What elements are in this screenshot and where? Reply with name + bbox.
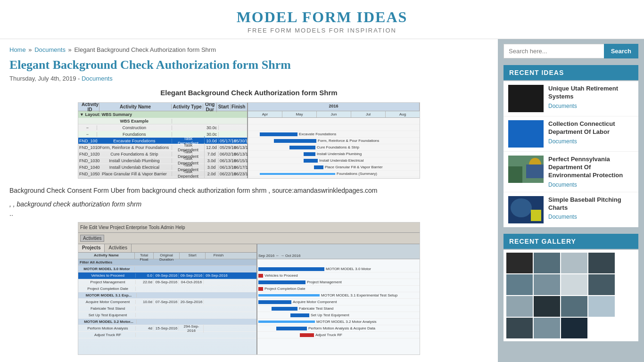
gallery-thumb[interactable] [561, 274, 587, 295]
idea-thumb-3 [508, 156, 544, 183]
list-item: Simple Baseball Pitching Charts Document… [504, 192, 638, 227]
breadcrumb: Home » Documents » Elegant Background Ch… [9, 46, 488, 53]
gallery-thumb[interactable] [588, 274, 615, 295]
breadcrumb-home[interactable]: Home [9, 46, 26, 53]
gallery-thumb[interactable] [534, 318, 560, 338]
idea-text-2: Collection Connecticut Department Of Lab… [548, 120, 634, 145]
gallery-thumb[interactable] [588, 253, 615, 273]
gallery-thumb[interactable] [561, 253, 587, 273]
article-section-title: Elegant Background Check Authorization f… [9, 89, 488, 97]
idea-category-4[interactable]: Documents [548, 214, 634, 220]
idea-thumb-2 [508, 120, 544, 148]
main-content: Home » Documents » Elegant Background Ch… [0, 39, 498, 362]
idea-text-4: Simple Baseball Pitching Charts Document… [548, 196, 634, 221]
gallery-thumb[interactable] [588, 296, 615, 317]
gallery-thumb[interactable] [506, 253, 533, 273]
gallery-grid [504, 250, 638, 341]
recent-ideas-list: Unique Utah Retirement Systems Documents… [504, 81, 638, 227]
idea-title-2[interactable]: Collection Connecticut Department Of Lab… [548, 120, 634, 136]
idea-text-3: Perfect Pennsylvania Department Of Envir… [548, 156, 634, 188]
gallery-thumb[interactable] [561, 296, 587, 317]
recent-gallery-title: RECENT GALLERY [504, 234, 638, 249]
site-header: MODEL FORM IDEAS FREE FORM MODELS FOR IN… [0, 0, 644, 39]
gallery-thumb[interactable] [534, 253, 560, 273]
gantt-chart-image: Activity ID Activity Name Activity Type … [78, 102, 420, 179]
list-item: Unique Utah Retirement Systems Documents [504, 81, 638, 116]
primavera-chart-image: File Edit View Project Enterprise Tools … [78, 222, 420, 355]
article-image-primavera-wrapper: File Edit View Project Enterprise Tools … [9, 222, 488, 355]
gallery-thumb[interactable] [506, 318, 533, 338]
idea-title-3[interactable]: Perfect Pennsylvania Department Of Envir… [548, 156, 634, 180]
idea-title-4[interactable]: Simple Baseball Pitching Charts [548, 196, 634, 212]
breadcrumb-current: Elegant Background Check Authorization f… [74, 46, 216, 53]
article-category-link[interactable]: Documents [82, 75, 113, 82]
idea-thumb-1 [508, 85, 544, 112]
site-tagline: FREE FORM MODELS FOR INSPIRATION [0, 27, 644, 34]
search-widget: Search [504, 44, 638, 58]
search-button[interactable]: Search [604, 44, 638, 58]
idea-text-1: Unique Utah Retirement Systems Documents [548, 85, 634, 109]
recent-ideas-title: RECENT IDEAS [504, 65, 638, 80]
idea-thumb-4 [508, 196, 544, 223]
gallery-thumb[interactable] [534, 274, 560, 295]
list-item: Perfect Pennsylvania Department Of Envir… [504, 152, 638, 192]
article-image-gantt-wrapper: Activity ID Activity Name Activity Type … [9, 102, 488, 179]
article-body-text: Background Check Consent Form Uber from … [9, 185, 488, 196]
article-body-dots: .. [9, 210, 488, 217]
article-meta: Thursday, July 4th, 2019 - Documents [9, 75, 488, 82]
gallery-thumb[interactable] [534, 296, 560, 317]
recent-gallery-grid [504, 250, 638, 341]
idea-category-2[interactable]: Documents [548, 138, 634, 145]
breadcrumb-sep2: » [68, 46, 72, 53]
idea-title-1[interactable]: Unique Utah Retirement Systems [548, 85, 634, 101]
idea-category-3[interactable]: Documents [548, 181, 634, 188]
article-date: Thursday, July 4th, 2019 - [9, 75, 80, 82]
article-body-italic: , , background check authorization form … [9, 200, 488, 208]
gallery-thumb[interactable] [506, 274, 533, 295]
sidebar: Search RECENT IDEAS Unique Utah Retireme… [498, 39, 644, 362]
idea-category-1[interactable]: Documents [548, 103, 634, 109]
list-item: Collection Connecticut Department Of Lab… [504, 116, 638, 152]
breadcrumb-documents[interactable]: Documents [34, 46, 66, 53]
site-title: MODEL FORM IDEAS [0, 8, 644, 26]
breadcrumb-sep1: » [28, 46, 32, 53]
gallery-thumb[interactable] [561, 318, 587, 338]
search-input[interactable] [504, 44, 604, 58]
article-title: Elegant Background Check Authorization f… [9, 58, 488, 72]
gallery-thumb[interactable] [506, 296, 533, 317]
